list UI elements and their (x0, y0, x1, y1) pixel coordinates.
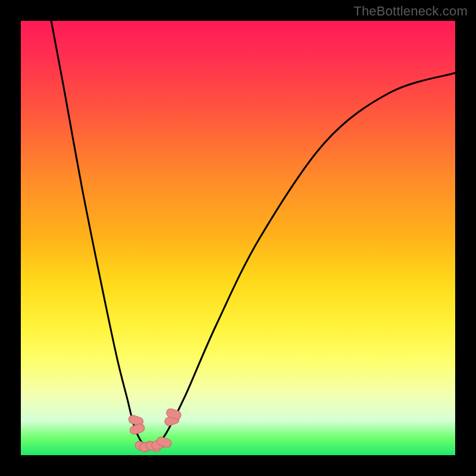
marker (171, 413, 177, 415)
marker (134, 428, 140, 430)
plot-area (21, 21, 455, 455)
marker (133, 419, 139, 421)
curve-layer (21, 21, 455, 455)
chart-frame: TheBottleneck.com (0, 0, 476, 476)
marker-group (133, 413, 177, 447)
marker (169, 419, 175, 421)
marker (161, 441, 167, 443)
watermark-text: TheBottleneck.com (353, 4, 468, 19)
bottleneck-curve (51, 21, 455, 447)
